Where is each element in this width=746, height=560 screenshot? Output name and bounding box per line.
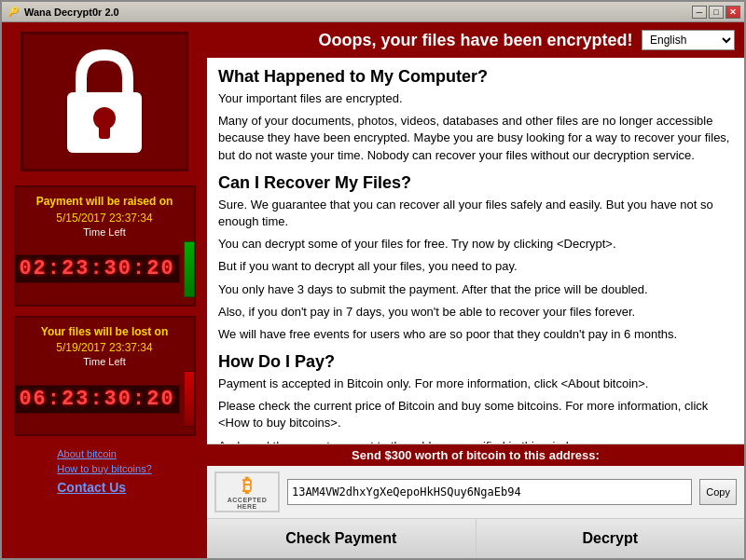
section2-p4: You only have 3 days to submit the payme… (218, 281, 733, 298)
main-content: Payment will be raised on 5/15/2017 23:3… (2, 22, 744, 558)
timer1-display-row: 02:23:30:20 (23, 241, 186, 297)
section3-p1: Payment is accepted in Bitcoin only. For… (218, 376, 733, 392)
timer1-label: Payment will be raised on (23, 195, 186, 210)
bitcoin-logo: ₿ ACCEPTED HERE (214, 471, 280, 512)
section2-p6: We will have free events for users who a… (218, 326, 733, 343)
bitcoin-address-input[interactable] (287, 479, 692, 505)
maximize-button[interactable]: □ (709, 6, 724, 19)
close-button[interactable]: ✕ (725, 6, 740, 19)
copy-address-button[interactable]: Copy (699, 479, 737, 505)
header-title: Ooops, your files have been encrypted! (310, 31, 642, 50)
svg-rect-2 (99, 122, 110, 139)
timer1-time-label: Time Left (23, 226, 186, 238)
bitcoin-area: Send $300 worth of bitcoin to this addre… (207, 444, 744, 518)
timer2-bar (184, 371, 195, 427)
links-area: About bitcoin How to buy bitcoins? Conta… (48, 441, 161, 558)
bitcoin-content: ₿ ACCEPTED HERE Copy (207, 466, 744, 518)
about-bitcoin-link[interactable]: About bitcoin (57, 448, 152, 459)
window-title: Wana Decrypt0r 2.0 (24, 7, 692, 18)
timer2-label: Your files will be lost on (23, 325, 186, 340)
timer1-digits: 02:23:30:20 (14, 254, 179, 283)
header: Ooops, your files have been encrypted! E… (207, 22, 744, 58)
section2-p5: Also, if you don't pay in 7 days, you wo… (218, 304, 733, 321)
window: 🔑 Wana Decrypt0r 2.0 ─ □ ✕ (0, 0, 746, 560)
window-controls: ─ □ ✕ (692, 6, 740, 19)
files-lost-timer: Your files will be lost on 5/19/2017 23:… (14, 316, 196, 437)
bitcoin-symbol-icon: ₿ (242, 475, 252, 497)
bitcoin-accepted-text: ACCEPTED HERE (218, 497, 276, 510)
bitcoin-header: Send $300 worth of bitcoin to this addre… (207, 444, 744, 466)
how-to-buy-link[interactable]: How to buy bitcoins? (57, 463, 152, 474)
titlebar: 🔑 Wana Decrypt0r 2.0 ─ □ ✕ (2, 2, 744, 22)
right-panel: Ooops, your files have been encrypted! E… (207, 22, 744, 558)
section3-p2: Please check the current price of Bitcoi… (218, 398, 733, 431)
section1-title: What Happened to My Computer? (218, 67, 733, 87)
decrypt-button[interactable]: Decrypt (477, 519, 745, 558)
timer2-time-label: Time Left (23, 356, 186, 367)
timer2-display-row: 06:23:30:20 (23, 371, 186, 427)
section2-p2: You can decrypt some of your files for f… (218, 236, 733, 253)
section1-p1: Your important files are encrypted. (218, 90, 733, 107)
contact-us-link[interactable]: Contact Us (57, 480, 152, 495)
section2-p3: But if you want to decrypt all your file… (218, 258, 733, 275)
section2-p1: Sure. We guarantee that you can recover … (218, 197, 733, 230)
section3-title: How Do I Pay? (218, 352, 733, 372)
timer2-digits: 06:23:30:20 (14, 385, 179, 414)
padlock-icon (58, 46, 151, 157)
action-buttons: Check Payment Decrypt (207, 518, 744, 558)
app-icon: 🔑 (6, 5, 21, 20)
timer2-date: 5/19/2017 23:37:34 (23, 341, 186, 354)
section2-title: Can I Recover My Files? (218, 173, 733, 193)
timer1-date: 5/15/2017 23:37:34 (23, 212, 186, 225)
minimize-button[interactable]: ─ (692, 6, 707, 19)
left-panel: Payment will be raised on 5/15/2017 23:3… (2, 22, 207, 558)
timer1-bar (184, 241, 195, 297)
check-payment-button[interactable]: Check Payment (207, 519, 477, 558)
padlock-area (21, 32, 188, 171)
language-select[interactable]: English German French Spanish Portuguese… (642, 30, 735, 50)
payment-raise-timer: Payment will be raised on 5/15/2017 23:3… (14, 185, 196, 307)
section1-p2: Many of your documents, photos, videos, … (218, 113, 733, 164)
content-area[interactable]: What Happened to My Computer? Your impor… (207, 58, 744, 444)
